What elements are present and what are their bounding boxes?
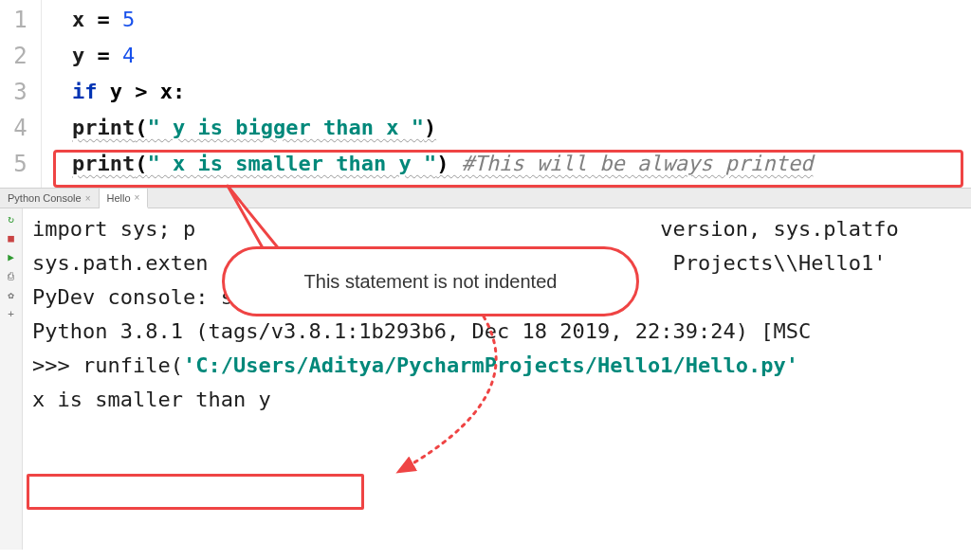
annotation-text: This statement is not indented xyxy=(304,271,558,293)
console-line-output: x is smaller than y xyxy=(32,383,962,417)
line-number-gutter: 1 2 3 4 5 xyxy=(0,0,42,188)
stop-icon[interactable]: ■ xyxy=(5,231,18,244)
rerun-icon[interactable]: ↻ xyxy=(5,212,18,226)
close-icon[interactable]: × xyxy=(85,193,91,204)
code-token: " y is bigger than x " xyxy=(147,116,423,139)
code-line-2[interactable]: y = 4 xyxy=(72,38,971,74)
code-token: x xyxy=(72,8,84,31)
line-number: 3 xyxy=(0,74,41,110)
tab-hello[interactable]: Hello × xyxy=(100,189,149,208)
gear-icon[interactable]: ✿ xyxy=(5,288,18,301)
line-number: 1 xyxy=(0,2,41,38)
play-icon[interactable]: ▶ xyxy=(5,250,18,263)
code-token: ( xyxy=(135,116,147,139)
console-line: import sys; pversion, sys.platfo xyxy=(32,212,962,246)
code-line-1[interactable]: x = 5 xyxy=(72,2,971,38)
editor-pane: 1 2 3 4 5 x = 5 y = 4 if y > x: print(" … xyxy=(0,0,971,188)
code-token: = xyxy=(84,44,122,67)
console-tabs: Python Console × Hello × xyxy=(0,188,971,208)
tab-label: Python Console xyxy=(8,192,82,204)
code-line-4[interactable]: print(" y is bigger than x ") xyxy=(72,110,971,146)
close-icon[interactable]: × xyxy=(135,192,140,203)
code-editor[interactable]: x = 5 y = 4 if y > x: print(" y is bigge… xyxy=(42,0,971,188)
line-number: 2 xyxy=(0,38,41,74)
code-token: 4 xyxy=(122,44,135,67)
console-toolbar: ↻ ■ ▶ ⎙ ✿ + xyxy=(0,208,23,550)
line-number: 4 xyxy=(0,110,41,146)
code-token: y > x: xyxy=(98,80,186,103)
code-line-3[interactable]: if y > x: xyxy=(72,74,971,110)
code-line-5[interactable]: print(" x is smaller than y ") #This wil… xyxy=(72,146,971,182)
console-line: >>> runfile('C:/Users/Aditya/PycharmProj… xyxy=(32,349,962,383)
code-comment: #This will be always printed xyxy=(462,152,814,175)
tab-python-console[interactable]: Python Console × xyxy=(0,189,100,208)
code-token: y xyxy=(72,44,84,67)
code-token: = xyxy=(84,8,122,31)
annotation-callout: This statement is not indented xyxy=(222,246,639,316)
code-token: ) xyxy=(436,152,462,175)
code-token: if xyxy=(72,80,98,103)
tab-label: Hello xyxy=(107,192,131,204)
code-token: print xyxy=(72,116,135,139)
console-line: Python 3.8.1 (tags/v3.8.1:1b293b6, Dec 1… xyxy=(32,315,962,349)
code-token: ( xyxy=(135,152,147,175)
line-number: 5 xyxy=(0,146,41,182)
plus-icon[interactable]: + xyxy=(5,307,18,320)
print-icon[interactable]: ⎙ xyxy=(5,269,18,282)
code-token: " x is smaller than y " xyxy=(147,152,436,175)
code-token: 5 xyxy=(122,8,135,31)
code-token: ) xyxy=(424,116,436,139)
code-token: print xyxy=(72,152,135,175)
